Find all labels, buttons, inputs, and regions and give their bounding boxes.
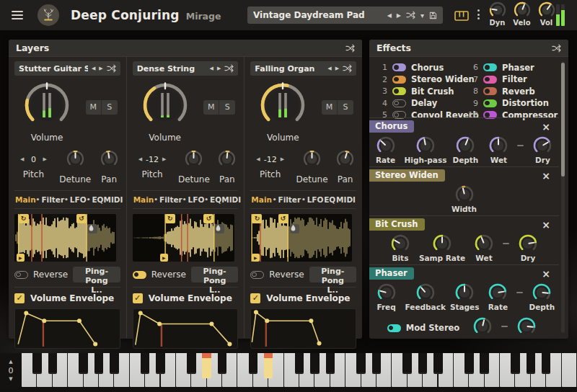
fx-knob-dry[interactable]: Dry bbox=[512, 316, 541, 336]
tab-filter[interactable]: •Filter bbox=[273, 195, 301, 204]
reverse-toggle[interactable] bbox=[250, 271, 264, 279]
preset-selector[interactable]: Vintage Daydream Pad ◀ ▶ ▾ bbox=[247, 6, 443, 24]
effects-scrollbar[interactable] bbox=[561, 61, 565, 333]
fx-knob-wet[interactable]: Wet bbox=[470, 233, 498, 262]
black-key[interactable] bbox=[32, 353, 42, 374]
fx-knob-dry[interactable]: Dry bbox=[528, 135, 557, 164]
fx-knob-depth[interactable]: Depth bbox=[451, 135, 480, 164]
preset-dropdown-icon[interactable]: ▾ bbox=[420, 12, 424, 19]
play-marker[interactable]: ▶ bbox=[17, 254, 25, 262]
stepper-left-icon[interactable]: ◀ bbox=[20, 156, 24, 162]
tab-lfo[interactable]: •LFO bbox=[182, 195, 205, 204]
detune-knob[interactable] bbox=[302, 149, 322, 172]
solo-button[interactable]: S bbox=[338, 100, 353, 115]
black-key[interactable] bbox=[218, 353, 227, 374]
effects-shuffle-icon[interactable] bbox=[552, 44, 561, 53]
tab-filter[interactable]: •Filter bbox=[36, 195, 64, 204]
stepper-left-icon[interactable]: ◀ bbox=[138, 156, 142, 162]
loop-start-flag[interactable]: ↻ bbox=[252, 214, 262, 223]
layer-shuffle-icon[interactable] bbox=[224, 64, 234, 73]
effect-toggle-chorus[interactable] bbox=[392, 63, 406, 71]
envelope-graph[interactable] bbox=[14, 308, 120, 349]
toggle[interactable] bbox=[387, 324, 401, 332]
kebab-menu-icon[interactable] bbox=[477, 9, 480, 19]
loop-end-flag[interactable]: ↺ bbox=[278, 214, 288, 223]
loop-end-flag[interactable]: ↺ bbox=[203, 214, 213, 223]
fx-knob-stages[interactable]: Stages bbox=[450, 282, 480, 311]
play-marker[interactable]: ▶ bbox=[252, 254, 260, 262]
black-key[interactable] bbox=[156, 353, 165, 374]
tab-eq[interactable]: •EQ bbox=[204, 195, 221, 204]
effect-toggle-delay[interactable] bbox=[392, 99, 406, 107]
octave-up-icon[interactable]: ▲ bbox=[9, 359, 12, 365]
mod-stereo-toggle[interactable]: Mod Stereo bbox=[387, 323, 460, 333]
black-key[interactable] bbox=[295, 353, 304, 374]
black-key[interactable] bbox=[110, 353, 119, 374]
crossfade-icon[interactable] bbox=[290, 224, 299, 233]
pan-knob[interactable] bbox=[217, 149, 237, 172]
black-key[interactable] bbox=[94, 353, 104, 374]
master-knob-vol[interactable]: Vol bbox=[535, 1, 558, 27]
preset-save-icon[interactable] bbox=[429, 12, 437, 19]
solo-button[interactable]: S bbox=[102, 100, 118, 115]
fx-knob-high-pass[interactable]: High-pass bbox=[405, 135, 447, 164]
black-key[interactable] bbox=[433, 353, 443, 374]
tab-lfo[interactable]: •LFO bbox=[64, 195, 87, 204]
prev-layer-icon[interactable]: ◀ bbox=[327, 66, 331, 71]
black-key[interactable] bbox=[48, 353, 58, 374]
black-key[interactable] bbox=[187, 353, 196, 374]
effect-toggle-reverb[interactable] bbox=[483, 87, 497, 95]
tab-midi[interactable]: MIDI bbox=[221, 195, 241, 204]
black-key[interactable] bbox=[310, 353, 320, 374]
octave-down-icon[interactable]: ▼ bbox=[9, 376, 12, 383]
fx-knob-width[interactable]: Width bbox=[450, 184, 479, 213]
pressed-black-key[interactable] bbox=[264, 353, 273, 378]
pan-knob[interactable] bbox=[335, 149, 355, 172]
detune-knob[interactable] bbox=[66, 149, 85, 172]
black-key[interactable] bbox=[511, 353, 520, 374]
effect-toggle-distortion[interactable] bbox=[483, 99, 497, 107]
next-layer-icon[interactable]: ▶ bbox=[335, 66, 339, 71]
volume-knob[interactable] bbox=[23, 81, 71, 132]
effect-toggle-stereo-widen[interactable] bbox=[392, 76, 406, 84]
layer-selector[interactable]: Stutter Guitar Synth◀▶ bbox=[14, 61, 120, 76]
prev-layer-icon[interactable]: ◀ bbox=[92, 66, 95, 71]
preset-shuffle-icon[interactable] bbox=[406, 11, 415, 19]
prev-layer-icon[interactable]: ◀ bbox=[210, 66, 213, 71]
master-knob-velo[interactable]: Velo bbox=[511, 1, 533, 27]
loop-start-flag[interactable]: ↻ bbox=[165, 214, 175, 223]
black-key[interactable] bbox=[480, 353, 489, 374]
scrollbar-thumb[interactable] bbox=[561, 63, 565, 177]
stepper-right-icon[interactable]: ▶ bbox=[281, 156, 284, 162]
white-key[interactable] bbox=[562, 353, 577, 387]
fx-knob-wet[interactable]: Wet bbox=[484, 135, 513, 164]
tab-eq[interactable]: EQ bbox=[324, 195, 335, 204]
loop-end-flag[interactable]: ↺ bbox=[76, 214, 87, 223]
layer-selector[interactable]: Falling Organ◀▶ bbox=[250, 61, 356, 76]
black-key[interactable] bbox=[418, 353, 428, 374]
envelope-checkbox[interactable]: ✓ bbox=[133, 293, 143, 303]
stepper-left-icon[interactable]: ◀ bbox=[256, 156, 260, 162]
master-knob-dyn[interactable]: Dyn bbox=[486, 1, 508, 27]
envelope-graph[interactable] bbox=[133, 308, 239, 349]
pressed-black-key[interactable] bbox=[202, 353, 211, 378]
black-key[interactable] bbox=[542, 353, 551, 374]
black-key[interactable] bbox=[79, 353, 88, 374]
layer-selector[interactable]: Dense String◀▶ bbox=[133, 61, 239, 76]
pitch-stepper[interactable]: ◀0▶ bbox=[16, 152, 51, 166]
black-key[interactable] bbox=[464, 353, 474, 374]
pitch-stepper[interactable]: ◀-12▶ bbox=[252, 152, 288, 166]
black-key[interactable] bbox=[326, 353, 335, 374]
volume-knob[interactable] bbox=[259, 81, 307, 132]
fx-knob-dry[interactable]: Dry bbox=[514, 233, 542, 262]
volume-knob[interactable] bbox=[141, 81, 189, 132]
tab-filter[interactable]: •Filter bbox=[154, 195, 182, 204]
tab-eq[interactable]: •EQ bbox=[87, 195, 104, 204]
loop-start-flag[interactable]: ↻ bbox=[19, 214, 29, 223]
menu-icon[interactable] bbox=[12, 11, 23, 19]
close-icon[interactable]: × bbox=[542, 171, 550, 181]
loop-mode-button[interactable]: Ping-Pong L.. bbox=[309, 267, 356, 282]
piano-keyboard[interactable] bbox=[22, 353, 577, 388]
black-key[interactable] bbox=[527, 353, 536, 374]
mute-button[interactable]: M bbox=[86, 100, 102, 115]
